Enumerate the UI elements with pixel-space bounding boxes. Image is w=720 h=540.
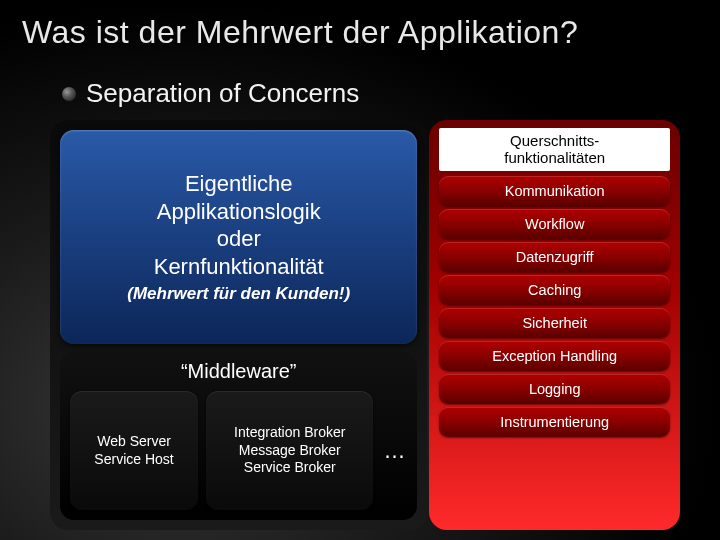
- left-column: Eigentliche Applikationslogik oder Kernf…: [50, 120, 427, 530]
- pill-workflow: Workflow: [439, 209, 670, 239]
- pill-logging: Logging: [439, 374, 670, 404]
- diagram-container: Eigentliche Applikationslogik oder Kernf…: [50, 120, 680, 530]
- crosscutting-header: Querschnitts-funktionalitäten: [439, 128, 670, 171]
- core-line3: oder: [217, 226, 261, 251]
- bullet-icon: [62, 87, 76, 101]
- core-line1: Eigentliche: [185, 171, 293, 196]
- middleware-row: Web ServerService Host Integration Broke…: [70, 391, 407, 510]
- pill-exception-handling: Exception Handling: [439, 341, 670, 371]
- pill-instrumentierung: Instrumentierung: [439, 407, 670, 437]
- slide-title: Was ist der Mehrwert der Applikation?: [22, 14, 578, 51]
- right-column: Querschnitts-funktionalitäten Kommunikat…: [429, 120, 680, 530]
- ellipsis-icon: …: [381, 391, 407, 510]
- core-functionality-box: Eigentliche Applikationslogik oder Kernf…: [60, 130, 417, 344]
- middleware-title: “Middleware”: [70, 360, 407, 383]
- pill-kommunikation: Kommunikation: [439, 176, 670, 206]
- core-line2: Applikationslogik: [157, 199, 321, 224]
- pill-sicherheit: Sicherheit: [439, 308, 670, 338]
- middleware-item-webserver: Web ServerService Host: [70, 391, 198, 510]
- pill-datenzugriff: Datenzugriff: [439, 242, 670, 272]
- subtitle-text: Separation of Concerns: [86, 78, 359, 109]
- middleware-box: “Middleware” Web ServerService Host Inte…: [60, 352, 417, 520]
- core-text: Eigentliche Applikationslogik oder Kernf…: [154, 170, 324, 280]
- middleware-item-broker: Integration BrokerMessage BrokerService …: [206, 391, 373, 510]
- core-line4: Kernfunktionalität: [154, 254, 324, 279]
- subtitle-row: Separation of Concerns: [62, 78, 359, 109]
- core-subtext: (Mehrwert für den Kunden!): [127, 284, 350, 304]
- pill-caching: Caching: [439, 275, 670, 305]
